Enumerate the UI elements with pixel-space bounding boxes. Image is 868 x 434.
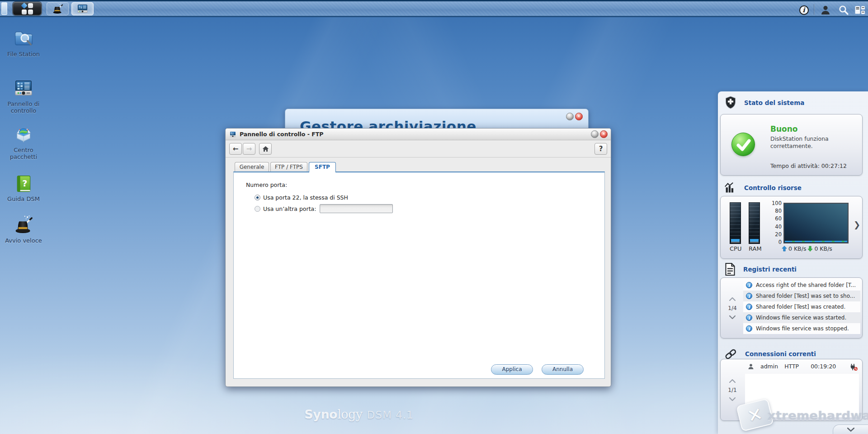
- log-list: iAccess right of the shared folder [T...…: [743, 280, 860, 334]
- folder-magnifier-icon: [13, 28, 34, 49]
- connections-page-indicator: 1/1: [728, 387, 736, 393]
- current-connections-box: 1/1 admin HTTP 00:19:20: [720, 359, 863, 421]
- radio-use-port-22[interactable]: [255, 195, 260, 200]
- dialog-tabs: Generale FTP / FTPS SFTP: [235, 162, 336, 172]
- desktop-icon-quick-start[interactable]: Avvio veloce: [3, 215, 44, 244]
- home-icon: [262, 146, 269, 152]
- control-panel-device-icon: [13, 78, 34, 99]
- sidebar-collapse-button[interactable]: [833, 424, 868, 434]
- grid-menu-icon: [22, 3, 33, 14]
- info-icon: i: [799, 5, 809, 15]
- radio-label[interactable]: Usa porta 22, la stessa di SSH: [263, 194, 348, 201]
- magic-hat-icon: [52, 3, 64, 15]
- page-down-icon[interactable]: [729, 315, 736, 319]
- desktop-icon-file-station[interactable]: File Station: [3, 28, 44, 57]
- forward-button[interactable]: →: [243, 143, 255, 155]
- chevron-right-icon[interactable]: ❯: [854, 220, 860, 229]
- desktop-icon-package-center[interactable]: Centro pacchetti: [3, 124, 44, 160]
- tab-generale[interactable]: Generale: [235, 162, 269, 172]
- help-button[interactable]: ?: [594, 143, 607, 155]
- system-info-button[interactable]: i: [797, 4, 810, 16]
- main-menu-button[interactable]: [13, 2, 42, 15]
- section-title: Registri recenti: [743, 266, 797, 273]
- minimize-button[interactable]: [566, 113, 574, 120]
- uptime-text: Tempo di attività: 00:27:12: [770, 162, 847, 169]
- control-panel-icon: [76, 3, 89, 15]
- dialog-title: Pannello di controllo - FTP: [240, 131, 324, 138]
- page-up-icon[interactable]: [729, 297, 736, 301]
- connection-user: admin: [760, 363, 778, 370]
- user-icon: [820, 5, 831, 15]
- dsm-branding: SynologyDSM 4.1: [0, 407, 718, 421]
- search-icon: [838, 5, 849, 15]
- apply-button[interactable]: Applica: [491, 364, 533, 375]
- desktop-icon-label: Avvio veloce: [3, 237, 44, 244]
- control-panel-ftp-dialog: Pannello di controllo - FTP ✕ ← → ? Gene…: [225, 128, 611, 387]
- sftp-tab-panel: Numero porta: Usa porta 22, la stessa di…: [233, 172, 605, 379]
- tab-ftp-ftps[interactable]: FTP / FTPS: [270, 162, 307, 172]
- status-description: DiskStation funziona correttamente.: [770, 135, 847, 150]
- system-health-sidebar: Stato del sistema Buono DiskStation funz…: [718, 91, 868, 434]
- cancel-button[interactable]: Annulla: [542, 364, 584, 375]
- desktop-icon-control-panel[interactable]: Pannello di controllo: [3, 78, 44, 114]
- radio-label[interactable]: Usa un’altra porta:: [263, 205, 316, 212]
- control-panel-taskbar-button[interactable]: [71, 2, 94, 15]
- taskbar-divider: [814, 4, 815, 15]
- dsm-version: DSM 4.1: [367, 409, 414, 421]
- cpu-label: CPU: [730, 245, 741, 252]
- disconnect-icon[interactable]: [849, 363, 858, 371]
- control-panel-icon: [229, 131, 236, 138]
- resource-monitor-box[interactable]: CPU RAM 10080 6040 200 0 KB/s 0 KB/s ❯: [720, 196, 863, 259]
- back-button[interactable]: ←: [229, 143, 242, 155]
- connections-pager: 1/1: [721, 359, 744, 420]
- page-up-icon[interactable]: [729, 379, 736, 383]
- network-throughput: 0 KB/s 0 KB/s: [782, 245, 832, 252]
- log-row[interactable]: iAccess right of the shared folder [T...: [743, 280, 860, 291]
- magic-hat-wand-icon: [13, 215, 34, 235]
- search-button[interactable]: [837, 4, 850, 16]
- section-title: Connessioni correnti: [745, 350, 816, 358]
- minimize-button[interactable]: [591, 130, 599, 138]
- connection-row[interactable]: admin HTTP 00:19:20: [748, 363, 836, 370]
- radio-use-other-port[interactable]: [255, 206, 260, 212]
- show-desktop-button[interactable]: [1, 2, 7, 15]
- resource-monitor-header: Controllo risorse: [724, 182, 802, 194]
- ram-label: RAM: [749, 245, 760, 252]
- bar-chart-icon: [724, 182, 737, 194]
- document-icon: [724, 262, 736, 276]
- user-menu-button[interactable]: [819, 4, 832, 16]
- log-row[interactable]: iWindows file service was stopped.: [743, 323, 860, 334]
- system-status-header: Stato del sistema: [724, 96, 804, 110]
- download-arrow-icon: [807, 246, 813, 252]
- logs-pager: 1/4: [721, 278, 744, 338]
- close-icon[interactable]: ✕: [600, 130, 608, 138]
- status-ok-icon: [731, 133, 755, 156]
- upload-rate: 0 KB/s: [788, 245, 806, 252]
- shield-icon: [724, 96, 737, 110]
- log-row[interactable]: iShared folder [Test] was set to sho...: [743, 291, 860, 301]
- widgets-button[interactable]: [854, 4, 866, 16]
- connection-protocol: HTTP: [784, 363, 799, 370]
- dialog-toolbar: ← → ?: [226, 141, 611, 157]
- ram-gauge: [749, 202, 760, 244]
- desktop-icon-dsm-help[interactable]: ? Guida DSM: [3, 174, 44, 202]
- close-icon[interactable]: ✕: [575, 113, 583, 120]
- desktop-icon-label: Pannello di controllo: [3, 100, 44, 114]
- home-button[interactable]: [259, 143, 272, 155]
- tab-sftp[interactable]: SFTP: [309, 162, 336, 172]
- desktop: i F: [0, 0, 868, 434]
- green-book-question-icon: ?: [14, 174, 33, 194]
- page-down-icon[interactable]: [729, 397, 736, 401]
- download-rate: 0 KB/s: [814, 245, 832, 252]
- quick-launch-taskbar-button[interactable]: [47, 2, 69, 15]
- recent-logs-box: 1/4 iAccess right of the shared folder […: [720, 277, 863, 339]
- log-row[interactable]: iWindows file service was started.: [743, 312, 860, 323]
- svg-text:?: ?: [22, 178, 27, 189]
- dialog-titlebar[interactable]: Pannello di controllo - FTP ✕: [226, 129, 611, 140]
- log-row[interactable]: iShared folder [Test] was created.: [743, 301, 860, 312]
- info-icon: i: [746, 293, 752, 299]
- other-port-input[interactable]: [320, 204, 393, 213]
- package-box-globe-icon: [13, 124, 34, 145]
- port-number-label: Numero porta:: [246, 181, 287, 188]
- network-graph: [783, 203, 849, 243]
